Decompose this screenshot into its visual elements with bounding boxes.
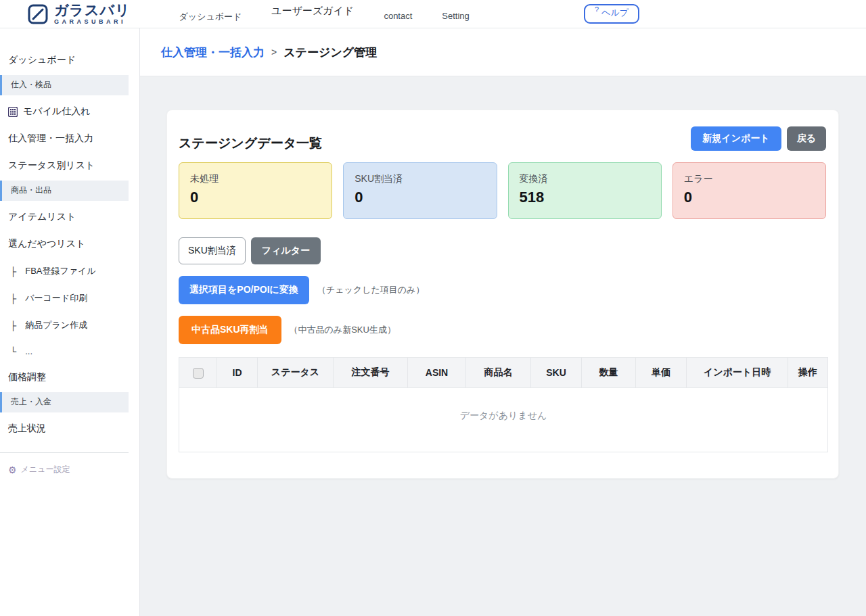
breadcrumb-separator: > xyxy=(271,47,277,57)
mobile-grid-icon xyxy=(8,107,18,117)
sidebar: ダッシュボード 仕入・検品 モバイル仕入れ 仕入管理・一括入力 ステータス別リス… xyxy=(0,28,140,616)
help-button[interactable]: ?ヘルプ xyxy=(584,4,639,23)
column-header-operation: 操作 xyxy=(788,358,828,388)
select-all-checkbox[interactable] xyxy=(193,368,204,379)
breadcrumb-parent-link[interactable]: 仕入管理・一括入力 xyxy=(161,45,265,60)
card-title: ステージングデータ一覧 xyxy=(179,135,322,152)
nav-contact[interactable]: contact xyxy=(384,11,412,21)
sidebar-item-barcode-print[interactable]: ├ バーコード印刷 xyxy=(0,285,139,311)
status-label: SKU割当済 xyxy=(355,173,485,185)
status-label: 未処理 xyxy=(190,173,321,185)
question-mark-icon: ? xyxy=(595,5,599,14)
convert-caption: （チェックした項目のみ） xyxy=(317,284,424,296)
gear-icon: ⚙ xyxy=(8,465,17,475)
sidebar-divider xyxy=(0,452,129,453)
sidebar-item-fba-registration-file[interactable]: ├ FBA登録ファイル xyxy=(0,258,139,284)
status-value: 0 xyxy=(355,189,485,206)
sidebar-item-purchase-management[interactable]: 仕入管理・一括入力 xyxy=(0,126,139,151)
sidebar-item-item-list[interactable]: アイテムリスト xyxy=(0,204,139,230)
sidebar-item-menu-settings[interactable]: ⚙ メニュー設定 xyxy=(0,458,139,481)
sidebar-item-product-listing[interactable]: 商品・出品 xyxy=(0,181,129,201)
column-header-sku: SKU xyxy=(531,358,582,388)
sidebar-item-label: メニュー設定 xyxy=(21,464,70,475)
reassign-caption: （中古品のみ新SKU生成） xyxy=(290,324,396,336)
nav-users-guide[interactable]: ユーザーズガイド xyxy=(271,5,354,18)
status-card-error: エラー 0 xyxy=(673,162,826,219)
card-header: ステージングデータ一覧 新規インポート 戻る xyxy=(179,126,826,152)
used-sku-reassign-button[interactable]: 中古品SKU再割当 xyxy=(179,316,281,344)
sidebar-item-label: 納品プラン作成 xyxy=(25,319,87,331)
tree-branch-icon: ├ xyxy=(10,266,16,277)
sidebar-item-label: モバイル仕入れ xyxy=(23,105,91,118)
sidebar-item-selected-list[interactable]: 選んだやつリスト xyxy=(0,231,139,257)
nav-dashboard[interactable]: ダッシュボード xyxy=(179,11,242,23)
select-all-header xyxy=(179,358,217,388)
status-value: 0 xyxy=(684,189,815,206)
new-import-button[interactable]: 新規インポート xyxy=(691,126,781,151)
sidebar-item-label: ... xyxy=(25,346,32,356)
breadcrumb: 仕入管理・一括入力 > ステージング管理 xyxy=(140,28,866,76)
sidebar-item-mobile-purchase[interactable]: モバイル仕入れ xyxy=(0,99,139,124)
sidebar-item-shipping-plan[interactable]: ├ 納品プラン作成 xyxy=(0,312,139,338)
top-navigation: ダッシュボード ユーザーズガイド contact Setting xyxy=(179,7,469,20)
sidebar-item-purchase-inspection[interactable]: 仕入・検品 xyxy=(0,75,129,95)
reassign-action-row: 中古品SKU再割当 （中古品のみ新SKU生成） xyxy=(179,316,826,344)
page-title: ステージング管理 xyxy=(283,45,377,60)
back-button[interactable]: 戻る xyxy=(787,126,826,151)
column-header-quantity: 数量 xyxy=(582,358,636,388)
column-header-product-name: 商品名 xyxy=(466,358,531,388)
sidebar-item-sales-deposit[interactable]: 売上・入金 xyxy=(0,392,129,412)
sidebar-item-dashboard[interactable]: ダッシュボード xyxy=(0,47,139,73)
column-header-asin: ASIN xyxy=(408,358,466,388)
status-label: エラー xyxy=(684,173,815,185)
sidebar-item-label: FBA登録ファイル xyxy=(25,265,96,277)
sidebar-item-price-adjustment[interactable]: 価格調整 xyxy=(0,364,139,390)
convert-action-row: 選択項目をPO/POIに変換 （チェックした項目のみ） xyxy=(179,276,826,304)
help-button-label: ヘルプ xyxy=(601,7,629,18)
status-card-sku-assigned: SKU割当済 0 xyxy=(343,162,497,219)
convert-to-po-button[interactable]: 選択項目をPO/POIに変換 xyxy=(179,276,309,304)
staging-data-card: ステージングデータ一覧 新規インポート 戻る 未処理 0 SKU割当済 0 変換… xyxy=(166,110,839,479)
column-header-import-datetime: インポート日時 xyxy=(687,358,788,388)
status-filter-select[interactable]: SKU割当済 xyxy=(179,237,246,264)
column-header-order-number: 注文番号 xyxy=(334,358,408,388)
empty-state-message: データがありません xyxy=(179,388,828,452)
logo-title: ガラスバリ xyxy=(54,3,130,17)
column-header-status: ステータス xyxy=(258,358,334,388)
status-label: 変換済 xyxy=(520,173,650,185)
sidebar-item-label: バーコード印刷 xyxy=(25,292,87,304)
status-card-unprocessed: 未処理 0 xyxy=(179,162,332,219)
logo-slash-icon xyxy=(27,3,49,25)
sidebar-item-sales-status[interactable]: 売上状況 xyxy=(0,416,139,442)
content-area: ステージングデータ一覧 新規インポート 戻る 未処理 0 SKU割当済 0 変換… xyxy=(140,76,866,479)
filter-row: SKU割当済 フィルター xyxy=(179,237,826,264)
status-card-converted: 変換済 518 xyxy=(508,162,662,219)
status-value: 518 xyxy=(520,189,650,206)
column-header-unit-price: 単価 xyxy=(636,358,687,388)
sidebar-item-status-list[interactable]: ステータス別リスト xyxy=(0,153,139,179)
column-header-id: ID xyxy=(217,358,258,388)
filter-button[interactable]: フィルター xyxy=(251,237,321,264)
nav-setting[interactable]: Setting xyxy=(442,11,469,21)
tree-branch-icon: ├ xyxy=(10,293,16,304)
main-area: 仕入管理・一括入力 > ステージング管理 ステージングデータ一覧 新規インポート… xyxy=(140,28,866,479)
tree-branch-icon: ├ xyxy=(10,321,16,331)
top-bar: ガラスバリ GARASUBARI ダッシュボード ユーザーズガイド contac… xyxy=(0,0,866,28)
table-header-row: ID ステータス 注文番号 ASIN 商品名 SKU 数量 単価 インポート日時… xyxy=(179,358,828,388)
sidebar-item-more[interactable]: └ ... xyxy=(0,339,139,363)
status-value: 0 xyxy=(190,189,321,206)
empty-state-row: データがありません xyxy=(179,388,828,452)
staging-data-table: ID ステータス 注文番号 ASIN 商品名 SKU 数量 単価 インポート日時… xyxy=(179,357,828,452)
app-logo[interactable]: ガラスバリ GARASUBARI xyxy=(27,3,130,25)
status-summary-row: 未処理 0 SKU割当済 0 変換済 518 エラー 0 xyxy=(179,162,826,219)
tree-end-icon: └ xyxy=(10,346,16,356)
logo-subtitle: GARASUBARI xyxy=(54,19,130,25)
